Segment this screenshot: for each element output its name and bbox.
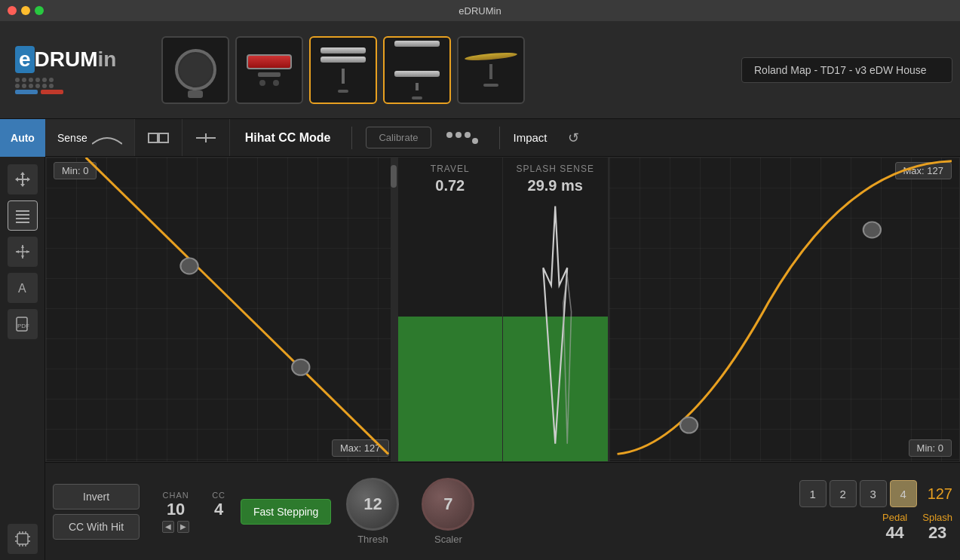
svg-rect-13 [16, 222, 29, 223]
sidebar-chip-icon[interactable] [8, 524, 38, 554]
svg-marker-8 [15, 177, 18, 182]
calibrate-button[interactable]: Calibrate [366, 127, 431, 148]
cc-area: CC 4 [212, 491, 225, 533]
thresh-label: Thresh [357, 534, 388, 545]
num-buttons-row: 1 2 3 4 127 [799, 480, 952, 507]
splash-sense-header: SPLASH SENSE [517, 158, 594, 177]
scrollbar[interactable] [391, 158, 397, 461]
invert-button[interactable]: Invert [53, 484, 140, 510]
ride-drum-icon [465, 54, 517, 87]
refresh-button[interactable]: ↺ [563, 127, 585, 149]
svg-marker-17 [21, 256, 24, 259]
sidebar-move2-icon[interactable] [8, 237, 38, 267]
logo-bars [15, 90, 116, 94]
close-button[interactable] [8, 6, 17, 15]
chan-up-button[interactable]: ▶ [177, 521, 189, 533]
chip-icon [14, 531, 31, 547]
chan-label: CHAN [163, 491, 189, 500]
chan-area: CHAN 10 ◀ ▶ [162, 491, 189, 533]
right-curve-panel: Max: 127 Min: 0 — [609, 157, 961, 462]
splash-sense-value: 29.9 ms [528, 177, 583, 194]
grid-lines-left [46, 158, 397, 461]
fast-stepping-button[interactable]: Fast Stepping [241, 499, 331, 525]
splash-waveform-svg [503, 197, 608, 461]
travel-header: TRAVEL [431, 158, 470, 177]
number-buttons-area: 1 2 3 4 127 Pedal [799, 480, 952, 543]
splash-item: Splash 23 [922, 512, 952, 543]
right-max-label[interactable]: Max: 127 [895, 162, 952, 179]
left-max-label[interactable]: Max: 127 [332, 439, 388, 457]
right-min-label[interactable]: Min: 0 [909, 439, 952, 457]
pad-hihat-open[interactable] [383, 36, 451, 104]
scaler-label: Scaler [434, 534, 462, 545]
sidebar-list-icon[interactable] [8, 200, 38, 231]
impact-label: Impact [514, 131, 547, 144]
list-icon [14, 207, 31, 224]
logo-dots-top [15, 78, 116, 82]
chan-down-button[interactable]: ◀ [162, 521, 174, 533]
cc-with-hit-button[interactable]: CC With Hit [53, 514, 140, 540]
splash-bar-area [503, 197, 608, 461]
arrows-icon [14, 171, 31, 188]
svg-marker-9 [27, 177, 30, 182]
window-title: eDRUMin [459, 5, 501, 17]
thresh-knob-area: 12 Thresh [346, 478, 399, 545]
pad-kick[interactable] [161, 36, 229, 104]
separator [351, 127, 352, 149]
pad-ride[interactable] [457, 36, 525, 104]
svg-rect-12 [16, 218, 29, 219]
svg-rect-0 [149, 133, 158, 142]
thresh-knob-value: 12 [363, 494, 382, 514]
svg-text:PDF: PDF [17, 323, 29, 329]
sidebar-a-icon[interactable]: A [8, 273, 38, 303]
toolbar-tabs: Sense [45, 119, 230, 156]
travel-bar [398, 317, 503, 462]
left-min-label[interactable]: Min: 0 [54, 162, 97, 179]
chan-value: 10 [167, 500, 185, 519]
svg-marker-7 [20, 184, 25, 187]
dots-cluster-icon [446, 132, 478, 144]
svg-rect-1 [159, 133, 168, 142]
pedal-value: 44 [885, 523, 903, 543]
sidebar-pdf-icon[interactable]: PDF [8, 309, 38, 339]
splash-value: 23 [928, 523, 946, 543]
num-btn-3[interactable]: 3 [860, 480, 887, 507]
scaler-knob-area: 7 Scaler [422, 478, 474, 545]
scaler-knob-value: 7 [443, 494, 452, 514]
scroll-thumb[interactable] [391, 165, 397, 188]
auto-button[interactable]: Auto [0, 119, 45, 157]
pad-selector [161, 36, 525, 104]
pedal-label: Pedal [882, 512, 907, 523]
curves-area: Min: 0 Max: 127 [45, 157, 960, 462]
tab-retrigger[interactable] [135, 119, 182, 156]
svg-marker-16 [21, 245, 24, 248]
left-sidebar: A PDF [0, 157, 45, 560]
num-btn-4[interactable]: 4 [890, 480, 917, 507]
pad-snare[interactable] [235, 36, 303, 104]
svg-marker-19 [26, 250, 29, 253]
preset-label[interactable]: Roland Map - TD17 - v3 eDW House [741, 57, 952, 83]
right-max-indicator: — [904, 164, 914, 175]
svg-rect-23 [17, 534, 28, 544]
travel-value: 0.72 [435, 177, 465, 194]
tab-something[interactable] [182, 119, 230, 156]
left-curve-panel: Min: 0 Max: 127 [45, 157, 397, 462]
sidebar-move-icon[interactable] [8, 164, 38, 194]
chan-cc-group: CHAN 10 ◀ ▶ CC 4 [155, 491, 225, 533]
hihat-mode-label: Hihat CC Mode [230, 131, 346, 145]
logo-e: e [15, 46, 35, 73]
svg-marker-6 [20, 172, 25, 175]
minimize-button[interactable] [21, 6, 30, 15]
num-btn-1[interactable]: 1 [799, 480, 827, 507]
num-btn-2[interactable]: 2 [830, 480, 857, 507]
tab-sense[interactable]: Sense [45, 119, 135, 156]
thresh-knob[interactable]: 12 [346, 478, 399, 531]
travel-column: TRAVEL 0.72 [398, 158, 504, 461]
pad-hihat-closed[interactable] [309, 36, 377, 104]
content-area: Min: 0 Max: 127 [45, 157, 960, 560]
cc-value: 4 [214, 500, 223, 519]
maximize-button[interactable] [35, 6, 44, 15]
scaler-knob[interactable]: 7 [422, 478, 474, 531]
cross-arrows-icon [14, 243, 31, 260]
logo: e DRUM in [8, 46, 124, 94]
